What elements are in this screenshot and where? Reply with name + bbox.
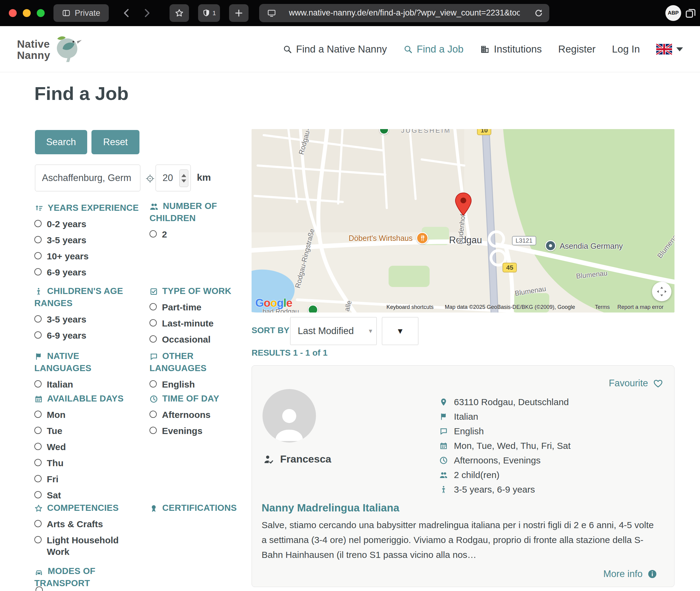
checkbox[interactable] [149,303,157,310]
checkbox-light-household-work[interactable]: Light Household Work [34,534,139,557]
checkbox[interactable] [149,230,157,238]
checkbox[interactable] [34,220,42,227]
result-card[interactable]: Favourite Francesca 63110 Rodgau, Deutsc… [252,365,675,587]
stepper-down-icon[interactable] [181,180,186,183]
clock-icon [149,395,158,403]
checkbox-occasional[interactable]: Occasional [149,334,250,345]
map[interactable]: JÜGESHEIM Rodgau Rodgau-Ringstraße Rodga… [252,129,675,313]
checkbox-last-minute[interactable]: Last-minute [149,318,250,329]
content-blocker-button[interactable]: 1 [198,4,220,22]
keyboard-shortcuts-link[interactable]: Keyboard shortcuts [386,304,434,310]
url-bar[interactable]: www.native-nanny.de/en/find-a-job/?wpv_v… [259,4,549,22]
checkbox-wed[interactable]: Wed [34,441,141,453]
map-marker-icon[interactable] [455,192,472,216]
location-input[interactable] [35,165,140,191]
checkbox[interactable] [34,268,42,275]
zoom-button[interactable] [37,9,45,17]
avatar[interactable] [262,389,316,443]
forward-button[interactable] [142,8,152,18]
google-logo[interactable]: Google [255,297,292,310]
checkbox-age-3-5-years[interactable]: 3-5 years [34,314,125,325]
checkbox-thu[interactable]: Thu [34,457,141,469]
radius-stepper[interactable] [179,170,188,187]
plus-icon [234,8,243,18]
checkbox[interactable] [34,491,42,499]
private-browsing-badge[interactable]: Private [54,4,109,22]
nav-register[interactable]: Register [558,44,595,55]
checkbox-fri[interactable]: Fri [34,473,141,485]
checkbox-part-time[interactable]: Part-time [149,302,250,313]
checkbox[interactable] [149,335,157,343]
park-poi-icon[interactable] [308,305,318,313]
close-button[interactable] [9,9,17,17]
stepper-up-icon[interactable] [181,174,186,177]
checkbox[interactable] [149,380,157,388]
checkbox-english[interactable]: English [149,379,250,390]
checkbox[interactable] [34,315,42,323]
checkbox-3-5-years[interactable]: 3-5 years [34,235,141,246]
map-pan-control[interactable] [652,282,672,301]
checkbox-italian[interactable]: Italian [34,379,107,390]
sort-select[interactable]: Last Modified ▾ [290,317,377,345]
checkbox[interactable] [34,536,42,543]
checkbox-tue[interactable]: Tue [34,425,141,437]
tab-overview-button[interactable] [685,8,696,19]
checkbox[interactable] [149,319,157,326]
checkbox[interactable] [34,443,42,450]
filter-group-title: TYPE OF WORK [149,285,250,297]
new-tab-button[interactable] [229,4,249,22]
nav-find-a-job[interactable]: Find a Job [403,44,464,55]
checkbox[interactable] [149,411,157,418]
locate-target-icon[interactable] [145,174,155,184]
checkbox[interactable] [149,427,157,434]
checkbox-sat[interactable]: Sat [34,489,141,501]
checkbox-2-children[interactable]: 2 [149,229,222,240]
filter-group-number-of-children: NUMBER OF CHILDREN 2 [149,200,222,240]
minimize-button[interactable] [23,9,31,17]
url-text: www.native-nanny.de/en/find-a-job/?wpv_v… [289,8,520,18]
site-settings-icon[interactable] [267,8,276,18]
sort-order-value: ▼ [396,326,404,336]
language-selector[interactable] [656,44,683,55]
checkbox-age-6-9-years[interactable]: 6-9 years [34,330,125,341]
reset-button[interactable]: Reset [91,130,139,154]
candidate-name[interactable]: Francesca [263,453,331,465]
checkbox-arts-crafts[interactable]: Arts & Crafts [34,518,139,530]
checkbox[interactable] [34,411,42,418]
checkbox-afternoons[interactable]: Afternoons [149,409,250,420]
filter-group-title: COMPETENCIES [34,502,139,514]
business-poi-icon[interactable] [545,240,556,251]
nav-find-a-native-nanny[interactable]: Find a Native Nanny [283,44,387,55]
checkbox-evenings[interactable]: Evenings [149,425,250,437]
checkbox[interactable] [34,459,42,466]
checkbox[interactable] [34,331,42,339]
checkbox[interactable] [34,520,42,527]
checkbox-mon[interactable]: Mon [34,409,141,420]
checkbox[interactable] [34,380,42,388]
checkbox[interactable] [34,236,42,243]
checkbox-0-2-years[interactable]: 0-2 years [34,218,141,230]
filter-group-title: NATIVE LANGUAGES [34,350,107,374]
search-button[interactable]: Search [35,130,87,154]
checkbox-10-plus-years[interactable]: 10+ years [34,251,141,262]
restaurant-poi-icon[interactable] [416,232,428,244]
reload-button[interactable] [534,8,543,18]
more-info-button[interactable]: More info [603,569,657,580]
abp-extension-badge[interactable]: ABP [665,5,681,21]
bookmark-button[interactable] [170,4,189,22]
sort-order-select[interactable]: ▼ [382,317,419,345]
back-button[interactable] [122,8,132,18]
favourite-button[interactable]: Favourite [609,378,663,389]
checkbox[interactable] [34,475,42,482]
checkbox[interactable] [34,252,42,259]
checkbox-6-9-years[interactable]: 6-9 years [34,267,141,278]
site-logo[interactable]: Native Nanny [17,35,85,64]
terms-link[interactable]: Terms [595,304,610,310]
bird-logo-icon [48,35,85,64]
report-map-error-link[interactable]: Report a map error [617,304,663,310]
nav-log-in[interactable]: Log In [612,44,640,55]
checkbox[interactable] [34,427,42,434]
nav-institutions[interactable]: Institutions [480,44,542,55]
job-title-link[interactable]: Nanny Madrelingua Italiana [262,502,399,514]
detail-location: 63110 Rodgau, Deutschland [439,395,571,409]
